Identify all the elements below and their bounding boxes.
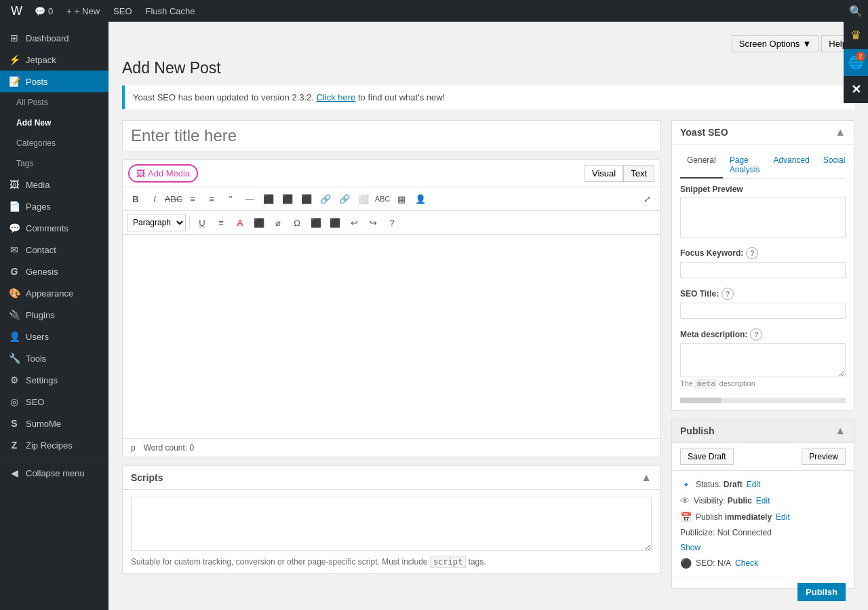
justify-button[interactable]: ≡ xyxy=(212,214,230,231)
sidebar-item-collapse[interactable]: ◀ Collapse menu xyxy=(0,462,108,484)
paste-text-button[interactable]: ⬛ xyxy=(250,214,268,231)
sidebar-item-sumome[interactable]: S SumoMe xyxy=(0,413,108,434)
meta-description-textarea[interactable] xyxy=(680,343,846,377)
publicize-show-link[interactable]: Show xyxy=(680,543,701,552)
format-select[interactable]: Paragraph Heading 1 Heading 2 Heading 3 xyxy=(127,214,186,231)
profile-button[interactable]: 👤 xyxy=(412,190,429,208)
align-right-button[interactable]: ⬛ xyxy=(298,190,315,208)
focus-keyword-input[interactable] xyxy=(680,262,846,278)
unordered-list-button[interactable]: ≡ xyxy=(184,190,201,208)
meta-description-help-icon[interactable]: ? xyxy=(750,328,762,341)
meta-scrollbar[interactable] xyxy=(680,398,846,403)
read-more-button[interactable]: ⬜ xyxy=(355,190,372,208)
scripts-textarea[interactable] xyxy=(131,497,652,551)
top-bar: Screen Options ▼ Help xyxy=(122,35,854,52)
notice-link[interactable]: Click here xyxy=(317,92,356,102)
help-toolbar-button[interactable]: ? xyxy=(383,214,401,231)
seo-title-input[interactable] xyxy=(680,303,846,319)
align-center-button[interactable]: ⬛ xyxy=(279,190,296,208)
crown-icon-button[interactable]: ♛ xyxy=(844,22,868,49)
text-tab[interactable]: Text xyxy=(623,165,654,182)
yoast-seo-header: Yoast SEO ▲ xyxy=(672,121,854,145)
horizontal-rule-button[interactable]: — xyxy=(241,190,258,208)
remove-link-button[interactable]: 🔗 xyxy=(336,190,353,208)
publish-time-edit-link[interactable]: Edit xyxy=(776,512,790,522)
sidebar-item-users[interactable]: 👤 Users xyxy=(0,326,108,347)
ordered-list-button[interactable]: ≡ xyxy=(203,190,220,208)
outdent-button[interactable]: ⬛ xyxy=(307,214,325,231)
publish-collapse-button[interactable]: ▲ xyxy=(835,425,846,437)
special-char-button[interactable]: Ω xyxy=(288,214,306,231)
publish-time-row: 📅 Publish immediately Edit xyxy=(680,509,846,525)
sidebar-item-categories[interactable]: Categories xyxy=(0,133,108,153)
spellcheck-button[interactable]: ABC xyxy=(374,190,391,208)
focus-keyword-help-icon[interactable]: ? xyxy=(746,247,758,259)
seo-title-help-icon[interactable]: ? xyxy=(722,288,734,300)
yoast-collapse-button[interactable]: ▲ xyxy=(835,126,846,138)
blockquote-button[interactable]: " xyxy=(222,190,239,208)
sidebar-item-zip-recipes[interactable]: Z Zip Recipes xyxy=(0,434,108,456)
table-button[interactable]: ▦ xyxy=(393,190,410,208)
save-draft-button[interactable]: Save Draft xyxy=(680,449,734,465)
preview-button[interactable]: Preview xyxy=(802,449,846,465)
undo-button[interactable]: ↩ xyxy=(345,214,363,231)
indent-button[interactable]: ⬛ xyxy=(326,214,344,231)
insert-link-button[interactable]: 🔗 xyxy=(317,190,334,208)
bold-button[interactable]: B xyxy=(127,190,144,208)
sidebar-item-jetpack[interactable]: ⚡ Jetpack xyxy=(0,49,108,71)
sidebar-item-tools[interactable]: 🔧 Tools xyxy=(0,347,108,369)
scripts-collapse-button[interactable]: ▲ xyxy=(641,472,652,484)
publish-submit: Publish xyxy=(672,577,854,588)
clear-formatting-button[interactable]: ⌀ xyxy=(269,214,287,231)
admin-bar: W 💬 0 + + New SEO Flush Cache 🔍 xyxy=(0,0,868,22)
screen-options-button[interactable]: Screen Options ▼ xyxy=(732,35,818,52)
tab-social[interactable]: Social xyxy=(816,151,852,178)
sidebar-item-media[interactable]: 🖼 Media xyxy=(0,174,108,195)
sidebar-item-appearance[interactable]: 🎨 Appearance xyxy=(0,282,108,304)
publish-actions: Save Draft Preview xyxy=(672,443,854,471)
editor-body[interactable] xyxy=(123,235,660,438)
plugins-icon: 🔌 xyxy=(8,309,20,320)
sidebar-item-dashboard[interactable]: ⊞ Dashboard xyxy=(0,27,108,49)
sidebar-item-posts[interactable]: 📝 Posts xyxy=(0,71,108,92)
tab-advanced[interactable]: Advanced xyxy=(766,151,816,178)
align-left-button[interactable]: ⬛ xyxy=(260,190,277,208)
visual-tab[interactable]: Visual xyxy=(585,165,623,182)
redo-button[interactable]: ↪ xyxy=(364,214,382,231)
tab-page-analysis[interactable]: Page Analysis xyxy=(723,151,767,178)
sidebar-item-pages[interactable]: 📄 Pages xyxy=(0,195,108,217)
sidebar-item-seo[interactable]: ◎ SEO xyxy=(0,391,108,413)
sidebar: ⊞ Dashboard ⚡ Jetpack 📝 Posts All Posts … xyxy=(0,22,108,610)
sidebar-item-all-posts[interactable]: All Posts xyxy=(0,92,108,113)
sidebar-item-tags[interactable]: Tags xyxy=(0,153,108,174)
fullscreen-button[interactable]: ⤢ xyxy=(638,190,656,208)
search-icon[interactable]: 🔍 xyxy=(849,5,863,18)
visibility-edit-link[interactable]: Edit xyxy=(756,496,770,506)
comments-adminbar[interactable]: 💬 0 xyxy=(28,6,60,16)
scripts-meta-box: Scripts ▲ Suitable for custom tracking, … xyxy=(122,465,660,574)
seo-check-link[interactable]: Check xyxy=(735,558,758,568)
sidebar-item-settings[interactable]: ⚙ Settings xyxy=(0,369,108,391)
status-edit-link[interactable]: Edit xyxy=(747,480,761,489)
appearance-icon: 🎨 xyxy=(8,288,20,299)
underline-button[interactable]: U xyxy=(193,214,211,231)
sidebar-item-contact[interactable]: ✉ Contact xyxy=(0,239,108,261)
close-icon-button[interactable]: ✕ xyxy=(844,76,868,103)
new-adminbar[interactable]: + + New xyxy=(60,6,106,16)
sidebar-item-comments[interactable]: 💬 Comments xyxy=(0,217,108,239)
sidebar-item-plugins[interactable]: 🔌 Plugins xyxy=(0,304,108,326)
publish-meta: 🔹 Status: Draft Edit 👁 Visibility: Publi… xyxy=(672,471,854,577)
globe-icon-button[interactable]: 🌐 2 xyxy=(844,49,868,76)
sidebar-item-genesis[interactable]: G Genesis xyxy=(0,261,108,282)
wp-logo[interactable]: W xyxy=(5,4,28,18)
flush-cache-adminbar[interactable]: Flush Cache xyxy=(139,6,202,16)
seo-adminbar[interactable]: SEO xyxy=(106,6,138,16)
tab-general[interactable]: General xyxy=(680,151,723,178)
publish-button[interactable]: Publish xyxy=(797,583,846,601)
strikethrough-button[interactable]: ABC xyxy=(165,190,182,208)
add-media-button[interactable]: 🖼 Add Media xyxy=(128,164,198,183)
sidebar-item-add-new[interactable]: Add New xyxy=(0,113,108,133)
post-title-input[interactable] xyxy=(122,120,660,151)
text-color-button[interactable]: A xyxy=(231,214,249,231)
italic-button[interactable]: I xyxy=(146,190,163,208)
